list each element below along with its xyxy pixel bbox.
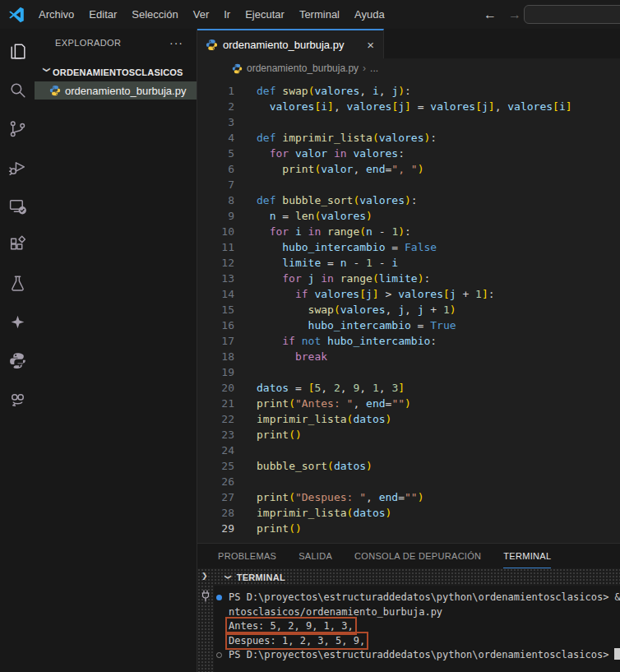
code-line[interactable]: 13for j in range(limite): <box>197 271 620 286</box>
file-name: ordenamiento_burbuja.py <box>65 85 186 97</box>
terminal-cursor <box>614 648 620 660</box>
annotation-highlight-box: Antes: 5, 2, 9, 1, 3, <box>229 620 354 632</box>
code-line[interactable]: 26 <box>197 474 620 489</box>
command-decoration-hollow[interactable] <box>216 652 222 658</box>
code-area[interactable]: 1def swap(valores, i, j):2valores[i], va… <box>197 80 620 543</box>
chevron-right-icon[interactable]: ❯ <box>201 572 208 580</box>
tab-label: ordenamiento_burbuja.py <box>223 39 364 51</box>
menu-item-archivo[interactable]: Archivo <box>31 0 81 29</box>
panel-tab-consola-de-depuración[interactable]: CONSOLA DE DEPURACIÓN <box>354 544 481 568</box>
panel-tab-salida[interactable]: SALIDA <box>298 544 332 568</box>
terminal-gutter: ❯ <box>197 568 214 672</box>
menu-item-terminal[interactable]: Terminal <box>292 0 347 29</box>
menu-item-editar[interactable]: Editar <box>81 0 124 29</box>
explorer-more-actions-icon[interactable]: ··· <box>164 36 188 49</box>
line-number: 26 <box>197 474 234 489</box>
code-line[interactable]: 3 <box>197 114 620 130</box>
line-number: 12 <box>197 255 234 271</box>
code-line[interactable]: 5for valor in valores: <box>197 146 620 161</box>
code-line[interactable]: 27print("Despues: ", end="") <box>197 489 620 505</box>
menu-item-ver[interactable]: Ver <box>186 0 217 29</box>
menu-item-ayuda[interactable]: Ayuda <box>347 0 392 29</box>
sparkle-ai-icon[interactable] <box>7 311 28 332</box>
extensions-icon[interactable] <box>7 234 28 255</box>
code-line[interactable]: 6print(valor, end=", ") <box>197 161 620 177</box>
assistant-robot-icon[interactable] <box>7 388 28 410</box>
code-line[interactable]: 19 <box>197 364 620 380</box>
line-number: 20 <box>197 380 234 396</box>
code-line[interactable]: 25bubble_sort(datos) <box>197 458 620 474</box>
code-line[interactable]: 17if not hubo_intercambio: <box>197 333 620 349</box>
code-line[interactable]: 1def swap(valores, i, j): <box>197 83 620 99</box>
code-line[interactable]: 10for i in range(n - 1): <box>197 224 620 239</box>
menu-item-ir[interactable]: Ir <box>216 0 238 29</box>
code-line[interactable]: 4def imprimir_lista(valores): <box>197 130 620 146</box>
tab-strip: ordenamiento_burbuja.py × <box>197 29 620 58</box>
menu-item-selección[interactable]: Selección <box>124 0 185 29</box>
code-line[interactable]: 2valores[i], valores[j] = valores[j], va… <box>197 99 620 114</box>
line-number: 22 <box>197 411 234 427</box>
nav-arrows: ← → <box>484 0 521 29</box>
tab-ordenamiento-burbuja[interactable]: ordenamiento_burbuja.py × <box>197 29 384 58</box>
breadcrumb-symbol[interactable]: ... <box>370 63 378 74</box>
plug-icon[interactable] <box>201 590 211 605</box>
code-line[interactable]: 22imprimir_lista(datos) <box>197 411 620 427</box>
line-number: 9 <box>197 208 234 224</box>
code-line[interactable]: 8def bubble_sort(valores): <box>197 192 620 208</box>
line-number: 14 <box>197 286 234 302</box>
menu-item-ejecutar[interactable]: Ejecutar <box>238 0 292 29</box>
terminal-output[interactable]: PS D:\proyectos\estructuraddedatos\pytho… <box>214 586 620 663</box>
python-extension-icon[interactable] <box>7 350 28 371</box>
code-line[interactable]: 18break <box>197 349 620 364</box>
line-number: 27 <box>197 489 234 505</box>
panel-tab-problemas[interactable]: PROBLEMAS <box>218 544 276 568</box>
remote-explorer-icon[interactable] <box>7 195 28 216</box>
explorer-icon[interactable] <box>7 40 28 62</box>
chevron-right-icon: › <box>363 63 366 74</box>
code-line[interactable]: 21print("Antes: ", end="") <box>197 396 620 411</box>
line-number: 24 <box>197 443 234 458</box>
close-icon[interactable]: × <box>364 38 377 52</box>
terminal-header-label: TERMINAL <box>237 572 285 582</box>
code-line[interactable]: 12limite = n - 1 - i <box>197 255 620 271</box>
code-line[interactable]: 14if valores[j] > valores[j + 1]: <box>197 286 620 302</box>
line-number: 11 <box>197 239 234 255</box>
code-line[interactable]: 23print() <box>197 427 620 443</box>
code-line[interactable]: 15swap(valores, j, j + 1) <box>197 302 620 317</box>
command-decoration-filled[interactable] <box>216 595 222 600</box>
terminal-section-header[interactable]: ❯ TERMINAL <box>197 568 620 586</box>
code-line[interactable]: 16hubo_intercambio = True <box>197 317 620 333</box>
code-line[interactable]: 29print() <box>197 521 620 536</box>
code-line[interactable]: 24 <box>197 443 620 458</box>
chevron-down-icon: ❯ <box>224 574 232 580</box>
line-number: 5 <box>197 146 234 161</box>
code-line[interactable]: 9n = len(valores) <box>197 208 620 224</box>
python-file-icon <box>206 39 218 51</box>
sidebar-item-ordenamiento-burbuja[interactable]: ordenamiento_burbuja.py <box>35 81 197 100</box>
line-number: 17 <box>197 333 234 349</box>
line-number: 2 <box>197 99 234 114</box>
forward-arrow-icon[interactable]: → <box>508 7 521 22</box>
title-bar: ArchivoEditarSelecciónVerIrEjecutarTermi… <box>0 0 620 29</box>
code-line[interactable]: 20datos = [5, 2, 9, 1, 3] <box>197 380 620 396</box>
terminal-line: Antes: 5, 2, 9, 1, 3, <box>215 619 620 634</box>
line-number: 16 <box>197 317 234 333</box>
run-and-debug-icon[interactable] <box>7 156 28 178</box>
explorer-sidebar: EXPLORADOR ··· ❯ ORDENAMIENTOSCLASICOS o… <box>35 29 197 672</box>
breadcrumb-file[interactable]: ordenamiento_burbuja.py <box>247 63 359 74</box>
folder-ordenamientosclasicos[interactable]: ❯ ORDENAMIENTOSCLASICOS <box>35 63 197 81</box>
code-line[interactable]: 7 <box>197 177 620 192</box>
code-line[interactable]: 28imprimir_lista(datos) <box>197 505 620 521</box>
search-icon[interactable] <box>7 79 28 100</box>
back-arrow-icon[interactable]: ← <box>484 7 497 22</box>
panel-tab-terminal[interactable]: TERMINAL <box>503 544 551 568</box>
terminal-line: PS D:\proyectos\estructuraddedatos\pytho… <box>215 648 620 663</box>
line-number: 21 <box>197 396 234 411</box>
testing-beaker-icon[interactable] <box>7 272 28 294</box>
terminal-line: Despues: 1, 2, 3, 5, 9, <box>215 634 620 649</box>
code-line[interactable]: 11hubo_intercambio = False <box>197 239 620 255</box>
line-number: 28 <box>197 505 234 521</box>
source-control-icon[interactable] <box>7 118 28 139</box>
activity-bar <box>0 29 35 672</box>
command-center-search[interactable] <box>524 5 620 24</box>
